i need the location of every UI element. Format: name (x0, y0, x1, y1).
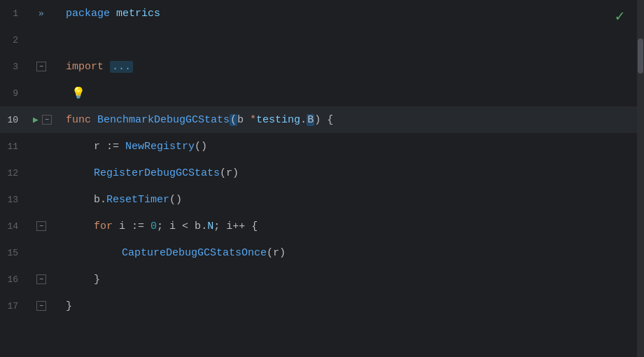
op-assign: := (106, 141, 125, 153)
var-r: r (94, 141, 106, 153)
code-line-17: } (63, 293, 637, 319)
line-number-13: 13 (0, 195, 22, 205)
func-capture: CaptureDebugGCStatsOnce (122, 247, 267, 259)
gutter-line-11: 11 (0, 133, 63, 160)
op-assign2: := (132, 220, 150, 232)
line-number-2: 2 (0, 35, 22, 46)
gutter-line-2: 2 (0, 27, 63, 53)
type-star: * (250, 114, 256, 126)
gutter-line-17: 17 − (0, 293, 63, 319)
import-ellipsis: ... (110, 61, 133, 73)
code-line-15: CaptureDebugGCStatsOnce(r) (63, 239, 637, 266)
gutter-line-3: 3 − (0, 53, 63, 80)
keyword-for: for (94, 220, 119, 232)
op-inc: ++ (232, 220, 245, 232)
var-i3: i (226, 220, 232, 232)
line-number-11: 11 (0, 141, 22, 152)
var-b2: b (195, 220, 201, 232)
code-line-1: package metrics (63, 0, 637, 27)
keyword-package: package (66, 8, 116, 20)
punct-close-paren: ) (314, 114, 321, 126)
gutter-icons-1: » (22, 8, 60, 18)
line-number-1: 1 (0, 8, 22, 19)
line-number-12: 12 (0, 168, 22, 178)
type-testing: testing (256, 114, 300, 126)
code-line-14: for i := 0; i < b.N; i++ { (63, 213, 637, 239)
punct-close-brace2: } (66, 300, 72, 312)
punct-dot: . (300, 114, 307, 126)
punct-semi1: ; (157, 220, 169, 232)
code-line-13: b.ResetTimer() (63, 186, 637, 213)
line-number-14: 14 (0, 221, 22, 232)
gutter-line-15: 15 (0, 239, 63, 266)
type-B-highlight: B (307, 114, 314, 126)
func-registerdebug: RegisterDebugGCStats (94, 167, 220, 179)
fold-icon-3[interactable]: − (36, 62, 46, 71)
punct-open-brace2: { (245, 220, 258, 232)
num-zero: 0 (150, 220, 157, 232)
func-newregistry: NewRegistry (125, 141, 195, 153)
code-line-2 (63, 27, 637, 53)
gutter-line-16: 16 − (0, 266, 63, 293)
punct-dot3: . (201, 220, 207, 232)
code-line-9: 💡 (63, 80, 637, 106)
punct-parens: () (195, 141, 207, 153)
punct-r-arg: (r) (220, 167, 239, 179)
op-lt: < (182, 220, 195, 232)
code-line-10: func BenchmarkDebugGCStats(b *testing.B)… (63, 106, 637, 133)
param-b: b (237, 114, 250, 126)
fold-icon-14[interactable]: − (36, 221, 46, 231)
line-number-17: 17 (0, 301, 22, 312)
cursor: ( (230, 114, 237, 126)
gutter-line-1: 1 » (0, 0, 63, 27)
line-number-3: 3 (0, 62, 22, 72)
line-number-16: 16 (0, 274, 22, 285)
scrollbar-track[interactable] (637, 0, 644, 357)
punct-dot2: . (100, 194, 106, 206)
bulb-icon[interactable]: 💡 (71, 86, 85, 100)
func-name: BenchmarkDebugGCStats (97, 114, 230, 126)
code-line-3: import ... (63, 53, 637, 80)
gutter-line-14: 14 − (0, 213, 63, 239)
package-name: metrics (116, 8, 160, 20)
var-b-reset: b (94, 194, 100, 206)
gutter-line-12: 12 (0, 160, 63, 186)
editor: 1 » 2 3 − 9 10 ▶ − (0, 0, 644, 357)
gutter-icons-14: − (22, 221, 60, 231)
double-fold-icon-1[interactable]: » (36, 8, 46, 18)
scrollbar-thumb[interactable] (638, 38, 643, 74)
punct-open-brace: { (321, 114, 333, 126)
punct-parens2: () (169, 194, 182, 206)
gutter-icons-10: ▶ − (22, 115, 60, 125)
code-line-12: RegisterDebugGCStats(r) (63, 160, 637, 186)
gutter-line-13: 13 (0, 186, 63, 213)
gutter-line-10: 10 ▶ − (0, 106, 63, 133)
gutter-icons-3: − (22, 62, 60, 71)
gutter-line-9: 9 (0, 80, 63, 106)
validation-checkmark: ✓ (615, 7, 624, 26)
line-gutter: 1 » 2 3 − 9 10 ▶ − (0, 0, 63, 357)
fold-icon-10[interactable]: − (42, 115, 52, 125)
keyword-func: func (66, 114, 97, 126)
run-icon-10[interactable]: ▶ (31, 115, 41, 125)
func-resettimer: ResetTimer (106, 194, 169, 206)
line-number-10: 10 (0, 115, 22, 125)
punct-r-arg2: (r) (267, 247, 286, 259)
gutter-icons-17: − (22, 301, 60, 311)
gutter-icons-16: − (22, 274, 60, 284)
fold-icon-17[interactable]: − (36, 301, 46, 311)
code-line-11: r := NewRegistry() (63, 133, 637, 160)
fold-icon-16[interactable]: − (36, 274, 46, 284)
punct-close-brace: } (94, 274, 100, 286)
code-area[interactable]: package metrics import ... 💡 func Benchm… (63, 0, 637, 357)
code-line-16: } (63, 266, 637, 293)
field-N: N (207, 220, 214, 232)
punct-semi2: ; (214, 220, 226, 232)
var-i2: i (169, 220, 182, 232)
line-number-9: 9 (0, 88, 22, 99)
keyword-import: import (66, 61, 110, 73)
line-number-15: 15 (0, 248, 22, 258)
var-i: i (119, 220, 132, 232)
